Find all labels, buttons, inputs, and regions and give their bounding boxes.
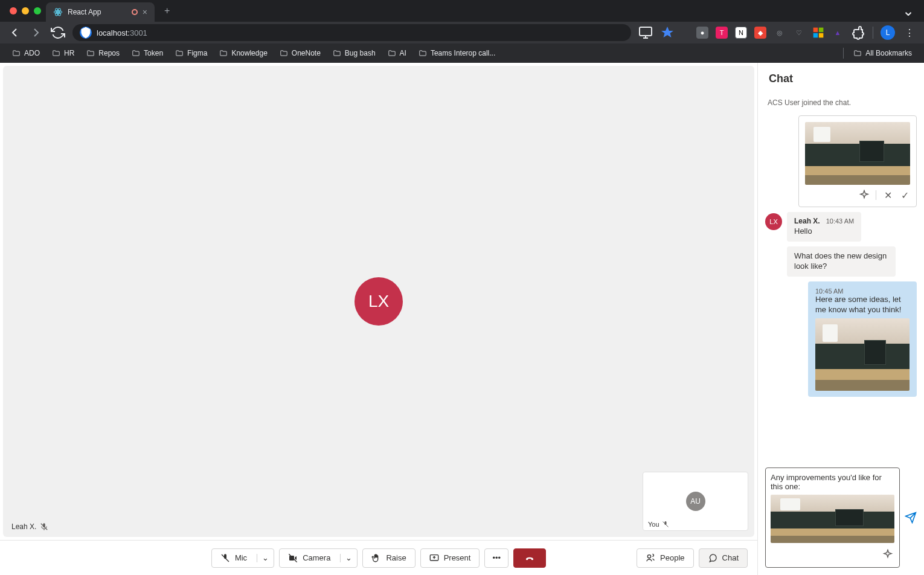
back-button[interactable] [7, 25, 22, 40]
tab-strip: React App × + ⌄ [0, 0, 924, 22]
chat-icon [708, 553, 717, 563]
window-maximize[interactable] [34, 7, 41, 14]
bookmark-repos[interactable]: Repos [82, 47, 124, 60]
bookmarks-bar: ADO HR Repos Token Figma Knowledge OneNo… [0, 43, 924, 63]
svg-rect-8 [819, 33, 824, 38]
bookmark-figma[interactable]: Figma [170, 47, 212, 60]
window-controls [5, 7, 41, 14]
chevron-down-icon[interactable]: ⌄ [340, 554, 357, 562]
present-button[interactable]: Present [420, 548, 480, 568]
raise-button[interactable]: Raise [362, 548, 415, 568]
bookmark-token[interactable]: Token [127, 47, 168, 60]
system-message: ACS User joined the chat. [765, 95, 917, 111]
svg-point-0 [57, 11, 59, 13]
ext-icon-4[interactable]: ◆ [754, 27, 766, 39]
ext-icon-5[interactable]: ◎ [774, 27, 786, 39]
bookmark-ai[interactable]: AI [383, 47, 411, 60]
bookmark-teams[interactable]: Teams Interop call... [414, 47, 500, 60]
remote-label: Leah X. [11, 522, 48, 531]
bookmark-knowledge[interactable]: Knowledge [214, 47, 272, 60]
hangup-button[interactable] [513, 548, 546, 568]
folder-icon [132, 49, 140, 57]
window-close[interactable] [10, 7, 17, 14]
share-screen-icon [429, 553, 439, 563]
compose-input[interactable]: Any improvements you'd like for this one… [771, 473, 894, 491]
mic-off-icon [40, 522, 48, 531]
more-button[interactable]: ••• [484, 548, 509, 568]
cast-icon[interactable] [638, 25, 653, 40]
ext-icon-1[interactable]: ● [696, 27, 708, 39]
chat-message-in: What does the new design look like? [787, 246, 917, 277]
message-time: 10:45 AM [815, 288, 910, 295]
bookmark-onenote[interactable]: OneNote [275, 47, 326, 60]
address-actions: ● T N ◆ ◎ ♡ ▲ L ⋮ [638, 25, 917, 40]
chevron-down-icon[interactable]: ⌄ [257, 554, 274, 562]
window-minimize[interactable] [22, 7, 29, 14]
folder-icon [12, 49, 21, 57]
more-icon: ••• [492, 553, 501, 562]
sender-name: Leah X. [794, 217, 820, 225]
sparkle-icon[interactable] [882, 549, 893, 560]
extensions-icon[interactable] [851, 25, 865, 40]
message-bubble[interactable]: Leah X. 10:43 AM Hello [787, 212, 861, 242]
self-preview[interactable]: AU You [643, 472, 748, 531]
url-input[interactable]: localhost:3001 [72, 24, 631, 41]
folder-icon [219, 49, 228, 57]
check-icon[interactable]: ✓ [899, 190, 910, 201]
video-stage: LX Leah X. AU You [3, 66, 754, 537]
svg-rect-5 [813, 28, 818, 33]
bookmark-hr[interactable]: HR [47, 47, 79, 60]
ext-icon-6[interactable]: ♡ [793, 27, 805, 39]
chat-panel: Chat ACS User joined the chat. ✕ ✓ LX Le… [757, 63, 924, 575]
profile-avatar[interactable]: L [881, 25, 895, 40]
compose-box[interactable]: Any improvements you'd like for this one… [765, 467, 900, 568]
site-info-icon[interactable] [80, 27, 92, 39]
sender-avatar: LX [765, 213, 782, 230]
react-icon [53, 7, 63, 17]
chat-messages[interactable]: ACS User joined the chat. ✕ ✓ LX Leah X.… [758, 95, 924, 467]
self-label: You [648, 521, 669, 528]
ext-icon-8[interactable]: ▲ [832, 27, 844, 39]
control-bar: Mic ⌄ Camera ⌄ Raise Present ••• [0, 540, 757, 575]
ext-icon-2[interactable]: T [716, 27, 728, 39]
ext-icon-7[interactable] [812, 27, 824, 39]
all-bookmarks-button[interactable]: All Bookmarks [849, 47, 917, 60]
svg-rect-4 [640, 27, 652, 36]
reload-button[interactable] [51, 25, 65, 40]
camera-off-icon [288, 553, 298, 563]
people-button[interactable]: People [637, 548, 693, 568]
attachment-image[interactable] [815, 318, 910, 391]
self-avatar: AU [686, 492, 705, 511]
bookmark-ado[interactable]: ADO [7, 47, 45, 60]
svg-point-11 [647, 554, 650, 557]
message-text: Hello [794, 226, 854, 237]
message-bubble[interactable]: What does the new design look like? [787, 246, 896, 277]
new-tab-button[interactable]: + [159, 5, 175, 16]
bookmark-star-icon[interactable] [660, 25, 675, 40]
ext-icon-3[interactable]: N [735, 27, 747, 39]
folder-icon [175, 49, 184, 57]
folder-icon [280, 49, 288, 57]
send-button[interactable] [905, 512, 917, 524]
camera-button[interactable]: Camera ⌄ [279, 548, 358, 568]
tabs-dropdown-icon[interactable]: ⌄ [902, 2, 914, 19]
people-icon [646, 553, 655, 563]
bookmark-bugbash[interactable]: Bug bash [328, 47, 380, 60]
svg-rect-6 [819, 28, 824, 33]
attachment-image[interactable] [805, 122, 910, 185]
recording-icon [132, 9, 138, 15]
video-area: LX Leah X. AU You Mic ⌄ Camera [0, 63, 757, 575]
folder-icon [86, 49, 95, 57]
close-icon[interactable]: ✕ [882, 190, 893, 201]
sparkle-icon[interactable] [859, 190, 870, 201]
forward-button[interactable] [29, 25, 43, 40]
message-bubble[interactable]: 10:45 AM Here are some ideas, let me kno… [808, 281, 917, 397]
browser-menu-icon[interactable]: ⋮ [902, 25, 917, 40]
svg-rect-7 [813, 33, 818, 38]
chat-button[interactable]: Chat [699, 548, 748, 568]
browser-tab[interactable]: React App × [46, 2, 155, 22]
tab-title: React App [68, 8, 127, 16]
mic-button[interactable]: Mic ⌄ [211, 548, 274, 568]
compose-attachment[interactable] [771, 495, 894, 543]
tab-close-icon[interactable]: × [143, 7, 147, 17]
